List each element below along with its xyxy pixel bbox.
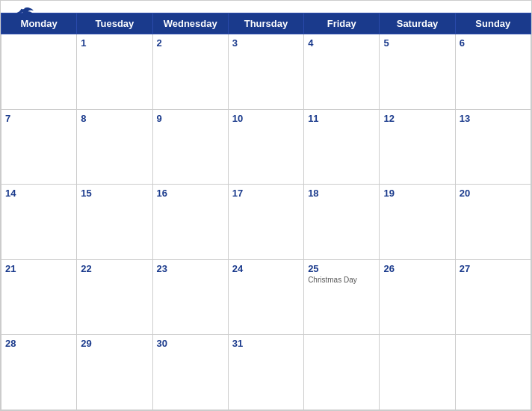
calendar-cell: 25Christmas Day xyxy=(304,259,380,335)
weekday-header-sunday: Sunday xyxy=(455,13,531,34)
day-number: 12 xyxy=(383,113,451,124)
calendar-cell: 23 xyxy=(152,259,228,335)
calendar-cell: 17 xyxy=(228,185,303,260)
calendar-cell xyxy=(1,34,77,110)
weekday-header-saturday: Saturday xyxy=(380,13,455,34)
day-number: 5 xyxy=(383,37,451,49)
week-row-2: 14151617181920 xyxy=(1,185,531,260)
calendar-cell: 29 xyxy=(77,335,152,410)
calendar-cell: 27 xyxy=(455,259,531,335)
day-number: 22 xyxy=(81,263,148,274)
calendar-cell: 6 xyxy=(455,34,531,110)
day-number: 21 xyxy=(5,263,72,274)
calendar-cell: 31 xyxy=(228,335,303,410)
calendar-cell: 12 xyxy=(380,109,455,185)
day-number: 27 xyxy=(460,263,527,274)
day-number: 7 xyxy=(5,113,72,124)
day-number: 16 xyxy=(157,188,224,199)
day-number: 17 xyxy=(232,188,300,199)
day-number: 19 xyxy=(383,188,451,199)
week-row-1: 78910111213 xyxy=(1,109,531,185)
calendar-cell: 15 xyxy=(77,185,152,260)
day-number: 25 xyxy=(308,263,375,274)
day-number: 28 xyxy=(5,338,72,349)
calendar-page: MondayTuesdayWednesdayThursdayFridaySatu… xyxy=(0,0,532,411)
calendar-cell: 10 xyxy=(228,109,303,185)
calendar-cell: 3 xyxy=(228,34,303,110)
logo-bird-icon xyxy=(14,7,35,22)
holiday-label: Christmas Day xyxy=(308,276,375,285)
day-number: 31 xyxy=(232,338,300,349)
calendar-cell: 13 xyxy=(455,109,531,185)
calendar-cell: 5 xyxy=(380,34,455,110)
calendar-cell: 19 xyxy=(380,185,455,260)
day-number: 1 xyxy=(81,37,148,49)
day-number: 10 xyxy=(232,113,300,124)
calendar-cell: 1 xyxy=(77,34,152,110)
day-number: 2 xyxy=(157,37,224,49)
calendar-cell: 18 xyxy=(304,185,380,260)
day-number: 30 xyxy=(157,338,224,349)
weekday-header-friday: Friday xyxy=(304,13,380,34)
day-number: 11 xyxy=(308,113,375,124)
weekday-header-thursday: Thursday xyxy=(228,13,303,34)
day-number: 20 xyxy=(460,188,527,199)
logo xyxy=(13,7,35,22)
calendar-cell: 21 xyxy=(1,259,77,335)
day-number: 13 xyxy=(460,113,527,124)
calendar-cell xyxy=(380,335,455,410)
calendar-table: MondayTuesdayWednesdayThursdayFridaySatu… xyxy=(1,13,531,410)
day-number: 6 xyxy=(460,37,527,49)
calendar-cell: 11 xyxy=(304,109,380,185)
calendar-cell: 30 xyxy=(152,335,228,410)
calendar-cell xyxy=(304,335,380,410)
day-number: 4 xyxy=(308,37,375,49)
calendar-cell: 4 xyxy=(304,34,380,110)
day-number: 29 xyxy=(81,338,148,349)
calendar-cell: 2 xyxy=(152,34,228,110)
day-number: 24 xyxy=(232,263,300,274)
calendar-cell xyxy=(455,335,531,410)
week-row-4: 28293031 xyxy=(1,335,531,410)
calendar-cell: 7 xyxy=(1,109,77,185)
day-number: 14 xyxy=(5,188,72,199)
calendar-cell: 28 xyxy=(1,335,77,410)
week-row-3: 2122232425Christmas Day2627 xyxy=(1,259,531,335)
day-number: 15 xyxy=(81,188,148,199)
day-number: 3 xyxy=(232,37,300,49)
weekday-header-row: MondayTuesdayWednesdayThursdayFridaySatu… xyxy=(1,13,531,34)
weekday-header-wednesday: Wednesday xyxy=(152,13,228,34)
calendar-cell: 9 xyxy=(152,109,228,185)
calendar-cell: 16 xyxy=(152,185,228,260)
calendar-cell: 26 xyxy=(380,259,455,335)
weekday-header-tuesday: Tuesday xyxy=(77,13,152,34)
calendar-cell: 14 xyxy=(1,185,77,260)
day-number: 9 xyxy=(157,113,224,124)
week-row-0: 123456 xyxy=(1,34,531,110)
day-number: 18 xyxy=(308,188,375,199)
day-number: 8 xyxy=(81,113,148,124)
calendar-header xyxy=(1,1,531,13)
calendar-cell: 22 xyxy=(77,259,152,335)
calendar-cell: 24 xyxy=(228,259,303,335)
day-number: 23 xyxy=(157,263,224,274)
calendar-cell: 20 xyxy=(455,185,531,260)
day-number: 26 xyxy=(383,263,451,274)
calendar-cell: 8 xyxy=(77,109,152,185)
